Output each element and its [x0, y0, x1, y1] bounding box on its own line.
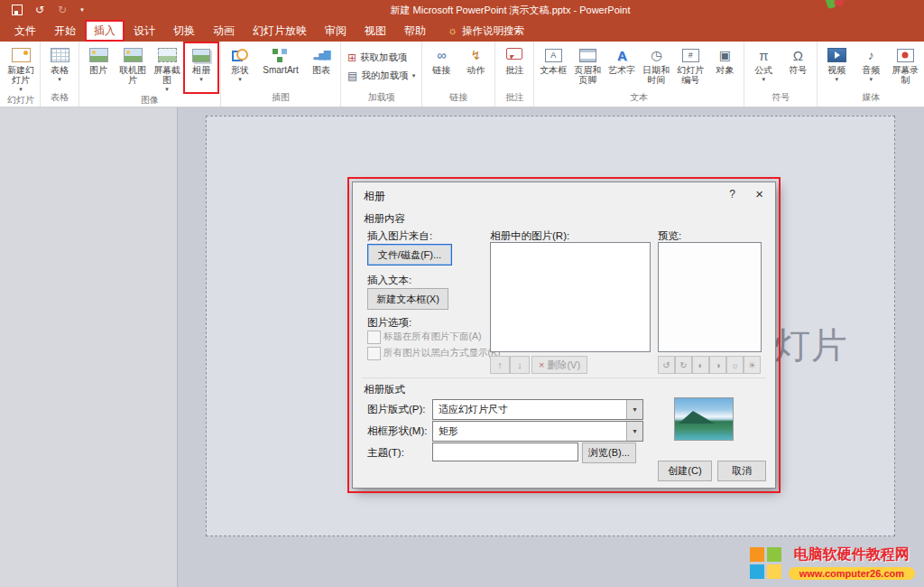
- file-disk-button[interactable]: 文件/磁盘(F)...: [367, 244, 452, 266]
- chevron-down-icon: ▾: [412, 72, 416, 79]
- group-label-text: 文本: [537, 89, 741, 107]
- window-title: 新建 Microsoft PowerPoint 演示文稿.pptx - Powe…: [97, 4, 924, 17]
- audio-icon: ♪: [868, 49, 874, 61]
- tab-insert[interactable]: 插入: [85, 20, 125, 42]
- create-button[interactable]: 创建(C): [658, 461, 712, 481]
- rotate-left-button[interactable]: ↺: [658, 356, 675, 374]
- chevron-down-icon: ▾: [58, 76, 61, 82]
- chart-button[interactable]: ▂▅▇ 图表: [305, 43, 337, 89]
- get-addins-button[interactable]: ⊞ 获取加载项: [344, 51, 419, 65]
- move-down-button[interactable]: ↓: [510, 356, 530, 374]
- tell-me-search[interactable]: ☼ 操作说明搜索: [448, 20, 524, 42]
- text-box-button[interactable]: 文本框: [537, 43, 569, 89]
- tab-design[interactable]: 设计: [125, 20, 164, 42]
- ribbon-tab-bar: 文件 开始 插入 设计 切换 动画 幻灯片放映 审阅 视图 帮助 ☼ 操作说明搜…: [0, 20, 924, 42]
- browse-button[interactable]: 浏览(B)...: [582, 443, 636, 463]
- dialog-separator: [362, 377, 766, 378]
- equation-button[interactable]: π 公式 ▾: [747, 43, 780, 89]
- preview-box: [658, 242, 762, 352]
- video-button[interactable]: 视频 ▾: [820, 43, 853, 89]
- contrast-down-button[interactable]: ◑: [709, 356, 726, 374]
- table-icon: [51, 48, 69, 62]
- save-button[interactable]: [11, 4, 23, 16]
- screen-recording-button[interactable]: 屏幕录制: [889, 43, 921, 89]
- tab-file[interactable]: 文件: [5, 20, 45, 42]
- wordart-button[interactable]: A 艺术字: [605, 43, 638, 89]
- ribbon-group-illustrations: 形状 ▾ SmartArt ▂▅▇ 图表 插图: [221, 42, 341, 107]
- move-up-button[interactable]: ↑: [490, 356, 510, 374]
- ribbon: 新建幻灯片 ▾ 幻灯片 表格 ▾ 表格 图片: [0, 42, 924, 107]
- picture-icon: [89, 48, 108, 62]
- dialog-title: 相册: [364, 189, 385, 204]
- shapes-button[interactable]: 形状 ▾: [224, 43, 256, 89]
- symbol-button[interactable]: Ω 符号: [781, 43, 814, 89]
- slide-number-button[interactable]: 幻灯片编号: [674, 43, 707, 89]
- site-watermark: 电脑软硬件教程网 www.computer26.com: [750, 545, 915, 580]
- action-button[interactable]: ↯ 动作: [459, 43, 492, 89]
- table-button[interactable]: 表格 ▾: [43, 43, 76, 89]
- rotate-right-button[interactable]: ↻: [675, 356, 692, 374]
- lightbulb-icon: ☼: [448, 24, 457, 37]
- link-button[interactable]: ∞ 链接: [425, 43, 457, 89]
- comment-button[interactable]: 批注: [498, 43, 531, 89]
- black-white-checkbox-label: 所有图片以黑白方式显示(K): [383, 347, 501, 359]
- group-label-illustrations: 插图: [224, 89, 337, 107]
- smartart-icon: [273, 49, 278, 54]
- chevron-down-icon[interactable]: ▾: [626, 422, 642, 441]
- picture-layout-value: 适应幻灯片尺寸: [439, 403, 508, 416]
- date-time-button[interactable]: ◷ 日期和时间: [640, 43, 672, 89]
- cancel-button[interactable]: 取消: [717, 461, 766, 481]
- album-layout-section-label: 相册版式: [364, 383, 405, 396]
- tab-transitions[interactable]: 切换: [164, 20, 204, 42]
- undo-button[interactable]: ↺: [33, 4, 46, 16]
- pictures-list[interactable]: [490, 242, 651, 352]
- pictures-in-album-label: 相册中的图片(R):: [490, 229, 569, 243]
- tab-view[interactable]: 视图: [356, 20, 395, 42]
- screenshot-button[interactable]: 屏幕截图 ▾: [151, 43, 183, 92]
- ribbon-group-slides: 新建幻灯片 ▾ 幻灯片: [2, 42, 41, 107]
- new-textbox-button[interactable]: 新建文本框(X): [367, 288, 448, 310]
- insert-text-label: 插入文本:: [367, 274, 411, 287]
- ribbon-group-comments: 批注 批注: [495, 42, 534, 107]
- picture-layout-select[interactable]: 适应幻灯片尺寸 ▾: [432, 399, 643, 420]
- ribbon-group-symbols: π 公式 ▾ Ω 符号 符号: [744, 42, 818, 107]
- black-white-checkbox[interactable]: [367, 347, 381, 360]
- object-button[interactable]: ▣ 对象: [708, 43, 741, 89]
- header-footer-icon: [579, 49, 596, 62]
- online-pictures-button[interactable]: 联机图片: [116, 43, 149, 92]
- smartart-button[interactable]: SmartArt: [258, 43, 303, 89]
- close-icon[interactable]: ×: [755, 186, 763, 201]
- captions-checkbox[interactable]: [367, 331, 381, 344]
- tab-review[interactable]: 审阅: [316, 20, 356, 42]
- photo-album-button[interactable]: 相册 ▾: [185, 43, 217, 92]
- chevron-down-icon[interactable]: ▾: [626, 400, 642, 419]
- frame-shape-select[interactable]: 矩形 ▾: [432, 421, 643, 442]
- tab-slideshow[interactable]: 幻灯片放映: [244, 20, 316, 42]
- ribbon-group-tables: 表格 ▾ 表格: [41, 42, 79, 107]
- pictures-button[interactable]: 图片: [82, 43, 115, 92]
- group-label-comments: 批注: [498, 89, 531, 107]
- store-icon: ⊞: [347, 52, 356, 63]
- tab-animations[interactable]: 动画: [204, 20, 244, 42]
- slide-thumbnail-pane[interactable]: [0, 107, 178, 587]
- tab-home[interactable]: 开始: [45, 20, 85, 42]
- contrast-up-button[interactable]: ◐: [692, 356, 709, 374]
- new-slide-button[interactable]: 新建幻灯片 ▾: [5, 43, 37, 92]
- ribbon-group-addins: ⊞ 获取加载项 ▤ 我的加载项 ▾ 加载项: [341, 42, 422, 107]
- ribbon-group-media: 视频 ▾ ♪ 音频 ▾ 屏幕录制 媒体: [818, 42, 924, 107]
- header-footer-button[interactable]: 页眉和页脚: [571, 43, 604, 89]
- video-icon: [827, 48, 846, 62]
- help-icon[interactable]: ?: [729, 188, 735, 200]
- photo-album-icon: [192, 49, 210, 62]
- my-addins-button[interactable]: ▤ 我的加载项 ▾: [344, 69, 419, 83]
- remove-button[interactable]: × 删除(V): [531, 356, 587, 374]
- frame-shape-value: 矩形: [439, 424, 458, 438]
- audio-button[interactable]: ♪ 音频 ▾: [855, 43, 887, 89]
- qat-customize-button[interactable]: ▾: [79, 4, 86, 16]
- theme-input[interactable]: [432, 443, 578, 461]
- group-label-symbols: 符号: [747, 89, 814, 107]
- tab-help[interactable]: 帮助: [395, 20, 435, 42]
- brightness-down-button[interactable]: ☀: [744, 356, 761, 374]
- brightness-up-button[interactable]: ☼: [726, 356, 744, 374]
- redo-button[interactable]: ↻: [56, 4, 69, 16]
